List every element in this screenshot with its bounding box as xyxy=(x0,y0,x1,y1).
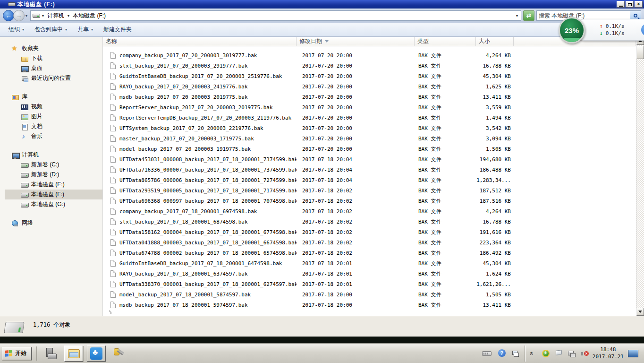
volume-muted-icon[interactable] xyxy=(580,349,588,358)
sidebar-item[interactable]: 图片 xyxy=(5,112,102,121)
sidebar-item[interactable]: 文档 xyxy=(5,121,102,131)
table-row[interactable]: UFTSystem_backup_2017_07_20_200003_22197… xyxy=(103,123,636,133)
breadcrumb-computer[interactable]: 计算机 xyxy=(46,12,66,20)
history-dropdown-icon[interactable]: ▾ xyxy=(25,14,27,18)
taskbar-button[interactable] xyxy=(42,346,60,362)
address-bar[interactable]: ▾ 计算机 ▾ 本地磁盘 (F:) ▾ xyxy=(30,10,521,21)
sidebar-item[interactable]: 桌面 xyxy=(5,63,102,73)
vertical-scrollbar[interactable] xyxy=(636,37,644,316)
table-row[interactable]: UFTData453031_000008_backup_2017_07_18_2… xyxy=(103,154,636,164)
table-row[interactable]: model_backup_2017_07_18_200001_5874597.b… xyxy=(103,289,636,300)
column-header-date[interactable]: 修改日期 xyxy=(297,37,415,46)
table-row[interactable]: stxt_backup_2017_07_18_200001_6874598.ba… xyxy=(103,216,636,227)
chevron-down-icon[interactable]: ▾ xyxy=(68,14,69,18)
table-row[interactable]: UFTData158162_000004_backup_2017_07_18_2… xyxy=(103,227,636,237)
scroll-down-button[interactable] xyxy=(636,308,644,316)
chevron-down-icon[interactable]: ▾ xyxy=(42,14,44,18)
scrollbar-thumb[interactable] xyxy=(636,46,644,59)
computer-icon xyxy=(11,151,19,159)
file-size: 4,264 KB xyxy=(476,208,514,215)
table-row[interactable]: stxt_backup_2017_07_20_200003_2919777.ba… xyxy=(103,60,636,71)
network-tray-icon[interactable] xyxy=(567,349,576,358)
sidebar-item[interactable]: 网络 xyxy=(5,218,102,228)
file-date: 2017-07-18 20:02 xyxy=(297,240,415,246)
forward-button[interactable]: → xyxy=(13,10,25,21)
sidebar-item[interactable]: 新加卷 (C:) xyxy=(5,160,102,170)
scrollbar-track[interactable] xyxy=(636,45,644,308)
toolbar-button[interactable]: 新建文件夹 xyxy=(99,24,139,35)
sidebar-item[interactable]: 本地磁盘 (F:) xyxy=(5,190,102,199)
net-speed-widget[interactable]: ↑ 0.1K/s ↓ 0.1K/s + 23% xyxy=(559,17,585,43)
table-row[interactable]: UFTData674788_000002_backup_2017_07_18_2… xyxy=(103,248,636,258)
file-size: 3,542 KB xyxy=(476,125,514,131)
taskbar-clock[interactable]: 18:48 2017-07-21 xyxy=(593,346,624,361)
chevron-up-icon[interactable] xyxy=(529,349,537,358)
file-name: model_backup_2017_07_20_200003_1919775.b… xyxy=(119,146,251,152)
quick-launch-area xyxy=(42,346,128,362)
drive-icon xyxy=(33,14,40,18)
keyboard-icon[interactable] xyxy=(482,350,491,357)
toolbar-button[interactable]: 组织 ▾ xyxy=(4,24,29,35)
table-row[interactable]: UFTData041888_000003_backup_2017_07_18_2… xyxy=(103,237,636,248)
file-name: UFTData865786_000006_backup_2017_07_18_2… xyxy=(119,177,297,183)
minimize-button[interactable] xyxy=(617,1,625,8)
sidebar-item[interactable]: 计算机 xyxy=(5,150,102,160)
taskbar-button[interactable] xyxy=(64,346,83,362)
flag-icon[interactable] xyxy=(554,349,563,358)
refresh-button[interactable]: ⇄ xyxy=(523,10,534,21)
file-size: 186,488 KB xyxy=(476,167,514,173)
display-tray-icon[interactable] xyxy=(628,350,638,357)
table-row[interactable]: company_backup_2017_07_20_200003_3019777… xyxy=(103,50,636,60)
table-row[interactable]: GuidtoIntBaseDB_backup_2017_07_20_200003… xyxy=(103,71,636,81)
file-date: 2017-07-20 20:00 xyxy=(297,73,415,79)
taskbar-button[interactable] xyxy=(87,346,106,362)
file-name: ReportServerTempDB_backup_2017_07_20_200… xyxy=(119,115,291,121)
file-size: 3,094 KB xyxy=(476,136,514,142)
table-row[interactable]: RAYO_backup_2017_07_20_200003_2419776.ba… xyxy=(103,81,636,92)
table-row[interactable]: model_backup_2017_07_20_200003_1919775.b… xyxy=(103,144,636,154)
table-row[interactable]: company_backup_2017_07_18_200001_6974598… xyxy=(103,206,636,216)
table-row[interactable]: master_backup_2017_07_20_200003_1719775.… xyxy=(103,133,636,144)
sidebar-item-label: 计算机 xyxy=(22,151,39,159)
column-header-type[interactable]: 类型 xyxy=(415,37,476,46)
sidebar-item[interactable]: 库 xyxy=(5,92,102,102)
table-row[interactable]: UFTData865786_000006_backup_2017_07_18_2… xyxy=(103,175,636,185)
file-size: 1,283,34... xyxy=(476,177,514,183)
table-row[interactable]: UFTData716336_000007_backup_2017_07_18_2… xyxy=(103,164,636,175)
table-row[interactable]: msdb_backup_2017_07_18_200001_5974597.ba… xyxy=(103,300,636,310)
file-name: UFTSystem_backup_2017_07_20_200003_22197… xyxy=(119,125,263,131)
sidebar-item[interactable]: 音乐 xyxy=(5,131,102,141)
sidebar-item[interactable]: 最近访问的位置 xyxy=(5,73,102,83)
memory-percent-orb[interactable]: 23% xyxy=(559,17,585,43)
help-circle-icon[interactable] xyxy=(496,350,506,357)
table-row[interactable]: UFTData696368_000997_backup_2017_07_18_2… xyxy=(103,196,636,206)
taskbar-button[interactable] xyxy=(110,346,128,362)
sidebar-item[interactable]: 本地磁盘 (G:) xyxy=(5,199,102,209)
toolbar-button[interactable]: 共享 ▾ xyxy=(73,24,98,35)
table-row[interactable]: GuidtoIntBaseDB_backup_2017_07_18_200001… xyxy=(103,258,636,268)
table-row[interactable]: RAYO_backup_2017_07_18_200001_6374597.ba… xyxy=(103,268,636,279)
back-button[interactable]: ← xyxy=(3,10,14,21)
restore-window-icon[interactable] xyxy=(510,350,520,357)
maximize-button[interactable] xyxy=(626,1,634,8)
table-row[interactable]: ReportServer_backup_2017_07_20_200003_20… xyxy=(103,102,636,112)
file-name: GuidtoIntBaseDB_backup_2017_07_18_200001… xyxy=(119,260,282,267)
sidebar-item[interactable]: 视频 xyxy=(5,102,102,112)
safety-orb-icon[interactable] xyxy=(542,349,550,358)
column-header-name[interactable]: 名称 xyxy=(103,37,297,46)
table-row[interactable]: ReportServerTempDB_backup_2017_07_20_200… xyxy=(103,112,636,123)
address-dropdown-icon[interactable]: ▾ xyxy=(516,14,519,18)
add-accelerate-button[interactable]: + xyxy=(641,24,644,36)
sidebar-item[interactable]: 下载 xyxy=(5,53,102,63)
breadcrumb-local-disk-f[interactable]: 本地磁盘 (F:) xyxy=(71,12,107,20)
toolbar-button[interactable]: 包含到库中 ▾ xyxy=(30,24,72,35)
start-button[interactable]: 开始 xyxy=(2,347,32,360)
sidebar-item[interactable]: 本地磁盘 (E:) xyxy=(5,180,102,190)
table-row[interactable]: UFTData293519_000005_backup_2017_07_18_2… xyxy=(103,185,636,196)
sidebar-item[interactable]: 新加卷 (D:) xyxy=(5,170,102,180)
close-button[interactable]: × xyxy=(635,1,643,8)
sidebar-item[interactable]: 收藏夹 xyxy=(5,43,102,53)
table-row[interactable]: msdb_backup_2017_07_20_200003_2019775.ba… xyxy=(103,92,636,102)
column-header-size[interactable]: 大小 xyxy=(476,37,514,46)
table-row[interactable]: UFTData338370_000001_backup_2017_07_18_2… xyxy=(103,279,636,289)
